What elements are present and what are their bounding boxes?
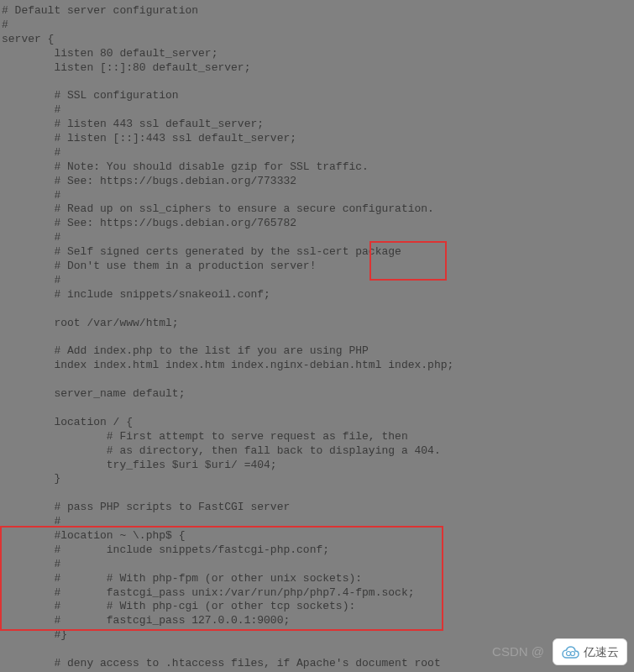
nginx-config-text: # Default server configuration # server … bbox=[0, 0, 634, 672]
yisuyun-logo: 亿速云 bbox=[553, 638, 627, 665]
cloud-icon bbox=[561, 645, 579, 659]
svg-point-0 bbox=[567, 651, 571, 655]
svg-point-1 bbox=[571, 651, 575, 655]
csdn-watermark-text: CSDN @ bbox=[492, 643, 544, 660]
config-content: # Default server configuration # server … bbox=[2, 4, 453, 672]
watermark-container: CSDN @ 亿速云 bbox=[492, 638, 627, 665]
yisuyun-text: 亿速云 bbox=[584, 644, 619, 659]
